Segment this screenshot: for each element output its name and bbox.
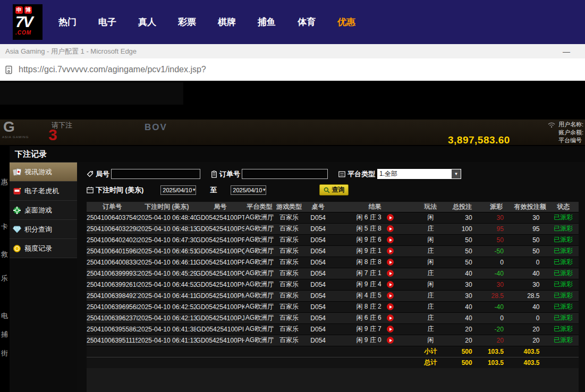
nav-item[interactable]: 捕鱼 <box>258 16 276 28</box>
status-cell: 已派彩 <box>548 335 579 346</box>
result-cell: 闲 7 庄 1 <box>333 268 417 279</box>
account-info-lines: 用户名称:账户余额:平台编号 <box>558 121 583 144</box>
platform-cell: AG欧洲厅 <box>244 290 274 301</box>
nav-item[interactable]: 热门 <box>58 16 77 28</box>
gem-icon <box>13 226 21 233</box>
order-cell: 250410063999933 <box>87 268 138 279</box>
replay-icon[interactable] <box>387 303 394 310</box>
status-cell: 已派彩 <box>548 212 579 223</box>
chevron-down-icon[interactable]: ▼ <box>452 169 461 178</box>
round-cell: GD054254100PP <box>196 257 245 268</box>
sidebar-item-points-query[interactable]: 积分查询 <box>10 220 77 239</box>
replay-icon[interactable] <box>387 337 394 344</box>
nav-item[interactable]: 体育 <box>298 16 316 28</box>
window-title: Asia Gaming - 用户配置 1 - Microsoft Edge <box>5 47 137 56</box>
order-cell: 250410064037549 <box>87 212 138 223</box>
replay-icon[interactable] <box>387 270 394 277</box>
round-number-input[interactable] <box>111 169 200 179</box>
sidebar-item-video-games[interactable]: 视讯游戏 <box>10 163 77 182</box>
total-payout: 103.5 <box>481 357 512 368</box>
nav-item[interactable]: 彩票 <box>178 16 196 28</box>
search-button[interactable]: 查询 <box>319 184 349 195</box>
payout-cell: -40 <box>481 268 512 279</box>
page-info-icon[interactable] <box>4 65 13 74</box>
bet-amount-cell: 30 <box>444 212 480 223</box>
replay-icon[interactable] <box>387 236 394 243</box>
valid-bet-cell: 50 <box>512 234 548 245</box>
edge-label: 电 <box>1 311 8 321</box>
time-cell: 2025-04-10 06:46:11 <box>138 257 196 268</box>
valid-bet-cell: 0 <box>512 257 548 268</box>
replay-icon[interactable] <box>387 281 394 288</box>
replay-icon[interactable] <box>387 314 394 321</box>
platform-cell: AG欧洲厅 <box>244 257 274 268</box>
column-header: 订单号 <box>87 202 138 212</box>
round-cell: GD054254100PK <box>196 301 245 312</box>
bov-watermark: BOV <box>145 122 167 133</box>
valid-bet-cell: 30 <box>512 279 548 290</box>
order-number-input[interactable] <box>242 169 328 179</box>
platform-cell: AG欧洲厅 <box>244 245 274 257</box>
panel-title: 下注记录 <box>15 149 47 159</box>
play-type-cell: 庄 <box>417 301 444 312</box>
brand-logo: 申 博 7V .COM <box>13 4 43 40</box>
play-type-cell: 庄 <box>417 268 444 279</box>
address-bar[interactable]: https://gci.7vvvvvv.com/agingame/pcv1/in… <box>0 58 585 81</box>
play-type-cell: 庄 <box>417 245 444 257</box>
date-to-select[interactable]: 2025/04/10 ▼ <box>231 185 266 195</box>
sidebar-item-label: 额度记录 <box>24 244 52 253</box>
minimize-button[interactable]: — <box>563 47 570 56</box>
bet-amount-cell: 50 <box>444 245 480 257</box>
window-titlebar: Asia Gaming - 用户配置 1 - Microsoft Edge — <box>0 44 585 58</box>
result-text: 闲 9 庄 6 <box>356 235 381 244</box>
order-cell: 250410064015968 <box>87 245 138 257</box>
result-text: 闲 5 庄 8 <box>356 224 381 233</box>
list-icon <box>338 171 345 177</box>
time-cell: 2025-04-10 06:45:29 <box>138 268 196 279</box>
status-cell: 已派彩 <box>548 301 579 312</box>
result-cell: 闲 8 庄 2 <box>333 301 417 312</box>
replay-icon[interactable] <box>387 292 394 299</box>
sidebar-item-quota-records[interactable]: 额度记录 <box>10 239 77 258</box>
result-text: 闲 9 庄 1 <box>356 246 381 255</box>
replay-icon[interactable] <box>387 259 394 266</box>
platform-cell: AG欧洲厅 <box>244 323 274 335</box>
platform-cell: AG欧洲厅 <box>244 335 274 346</box>
sidebar-item-label: 电子老虎机 <box>24 186 59 196</box>
table-number-cell: D054 <box>303 268 333 279</box>
table-row: 250410064015968 2025-04-10 06:46:51 GD05… <box>87 245 579 257</box>
sidebar-item-slots[interactable]: 电子老虎机 <box>10 182 77 201</box>
subtotal-valid: 403.5 <box>512 346 548 357</box>
payout-cell: 28.5 <box>481 290 512 301</box>
date-from-select[interactable]: 2025/04/10 ▼ <box>160 185 196 195</box>
round-cell: GD054254100PT <box>196 212 245 223</box>
replay-icon[interactable] <box>387 214 394 221</box>
sidebar-item-table-games[interactable]: 桌面游戏 <box>10 201 77 220</box>
status-cell: 已派彩 <box>548 234 579 245</box>
platform-type-select[interactable]: 1.全部 ▼ <box>377 169 461 179</box>
payout-cell: 95 <box>481 223 512 234</box>
time-cell: 2025-04-10 06:48:13 <box>138 223 196 234</box>
replay-icon[interactable] <box>387 225 394 232</box>
payout-cell: 0 <box>481 257 512 268</box>
column-header: 局号 <box>196 202 245 212</box>
account-info-line: 平台编号 <box>558 137 583 144</box>
table-row: 250410063955862 2025-04-10 06:41:38 GD05… <box>87 323 579 335</box>
replay-icon[interactable] <box>387 326 394 333</box>
table-header-row: 订单号下注时间 (美东)局号平台类型游戏类型桌号结果玩法总投注派彩有效投注额状态 <box>87 202 579 212</box>
status-cell: 已派彩 <box>548 323 579 335</box>
table-number-cell: D054 <box>303 312 333 323</box>
result-text: 闲 8 庄 8 <box>356 258 381 267</box>
replay-icon[interactable] <box>387 248 394 254</box>
table-number-cell: D054 <box>303 301 333 312</box>
game-type-cell: 百家乐 <box>275 312 304 323</box>
status-cell: 已派彩 <box>548 268 579 279</box>
bet-amount-cell: 20 <box>444 323 480 335</box>
nav-item[interactable]: 真人 <box>138 16 156 28</box>
time-cell: 2025-04-10 06:44:52 <box>138 279 196 290</box>
nav-item[interactable]: 棋牌 <box>218 16 236 28</box>
nav-item[interactable]: 电子 <box>98 16 116 28</box>
countdown-number: 3 <box>48 126 57 144</box>
nav-item[interactable]: 优惠 <box>337 16 355 28</box>
column-header: 游戏类型 <box>275 202 304 212</box>
